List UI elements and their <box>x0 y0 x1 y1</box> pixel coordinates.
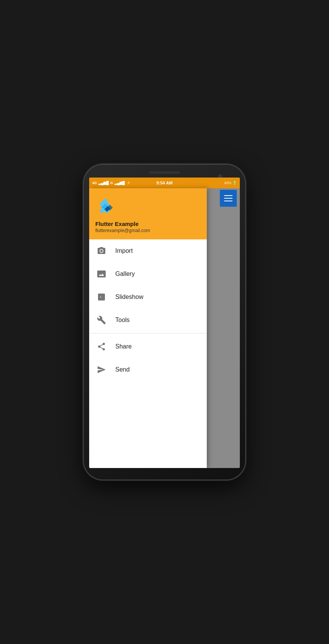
status-bar: 4G ▂▄▆█ G ▂▄▆█ ⚡ 9:54 AM 62% 🔋 <box>89 178 240 188</box>
drawer-username: Flutter Example <box>95 221 201 227</box>
phone-screen: 4G ▂▄▆█ G ▂▄▆█ ⚡ 9:54 AM 62% 🔋 <box>89 178 240 468</box>
send-label: Send <box>115 366 130 373</box>
phone-speaker <box>149 171 180 174</box>
hamburger-button[interactable] <box>220 190 237 207</box>
share-label: Share <box>115 343 132 350</box>
camera-icon <box>97 246 106 256</box>
hamburger-line-1 <box>224 195 233 196</box>
signal-bars-1: ▂▄▆█ <box>98 181 109 185</box>
phone-device: 4G ▂▄▆█ G ▂▄▆█ ⚡ 9:54 AM 62% 🔋 <box>84 164 245 480</box>
drawer-divider <box>89 333 207 334</box>
drawer-item-tools[interactable]: Tools <box>89 309 207 332</box>
slideshow-label: Slideshow <box>115 294 143 300</box>
share-icon <box>97 342 106 351</box>
play-icon <box>97 292 106 302</box>
hamburger-line-2 <box>224 198 233 199</box>
network-4g: 4G <box>92 181 97 185</box>
drawer-items-list: Import Gallery <box>89 239 207 468</box>
status-left-icons: 4G ▂▄▆█ G ▂▄▆█ ⚡ <box>92 181 131 185</box>
network-g: G <box>110 181 113 185</box>
battery-percent: 62% <box>224 181 231 185</box>
usb-icon: ⚡ <box>126 181 131 185</box>
drawer-item-import[interactable]: Import <box>89 239 207 262</box>
flutter-logo <box>95 196 201 217</box>
signal-bars-2: ▂▄▆█ <box>115 181 125 185</box>
drawer-item-slideshow[interactable]: Slideshow <box>89 285 207 309</box>
hamburger-line-3 <box>224 201 233 201</box>
drawer-item-share[interactable]: Share <box>89 335 207 358</box>
drawer-header: Flutter Example flutterexample@gmail.com <box>89 188 207 239</box>
import-label: Import <box>115 247 133 254</box>
status-right-icons: 62% 🔋 <box>224 181 237 185</box>
drawer-item-gallery[interactable]: Gallery <box>89 262 207 285</box>
image-icon <box>97 269 106 279</box>
screen-content: Flutter Example flutterexample@gmail.com <box>89 188 240 468</box>
status-time: 9:54 AM <box>156 181 173 185</box>
drawer-email: flutterexample@gmail.com <box>95 228 201 233</box>
drawer-item-send[interactable]: Send <box>89 358 207 381</box>
wrench-icon <box>97 315 106 325</box>
drawer-scrim[interactable] <box>207 188 240 468</box>
tools-label: Tools <box>115 317 130 324</box>
gallery-label: Gallery <box>115 271 135 277</box>
send-icon <box>97 365 106 374</box>
battery-icon: 🔋 <box>233 181 237 185</box>
navigation-drawer: Flutter Example flutterexample@gmail.com <box>89 188 207 468</box>
